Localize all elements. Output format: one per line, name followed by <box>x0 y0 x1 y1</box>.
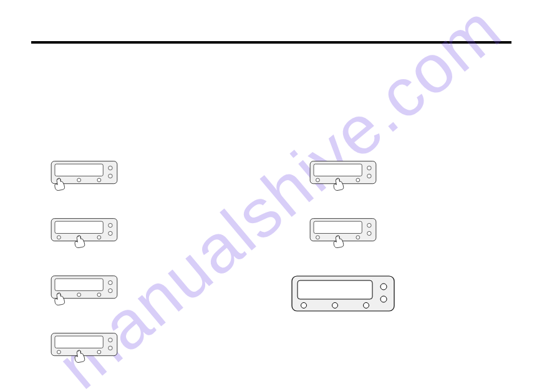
panel-side-bottom-icon <box>109 174 112 178</box>
panel-button-right-icon <box>356 236 360 239</box>
panel-side-bottom-icon <box>367 231 371 235</box>
panel-display-icon <box>55 221 103 233</box>
panel-side-top-icon <box>109 223 112 227</box>
panel-display-icon <box>298 280 372 299</box>
panel-button-right-icon <box>364 303 369 308</box>
device-panel <box>32 161 136 197</box>
panel-display-icon <box>314 221 362 233</box>
panel-side-bottom-icon <box>109 346 112 350</box>
panel-side-bottom-icon <box>380 296 387 302</box>
device-panel <box>32 333 136 369</box>
panel-button-left-icon <box>57 236 61 239</box>
panel-side-top-icon <box>109 338 112 342</box>
panel-button-right-icon <box>97 178 101 182</box>
panel-button-left-icon <box>316 236 320 239</box>
panel-button-left-icon <box>301 303 307 308</box>
panel-button-left-icon <box>316 178 320 182</box>
panel-side-top-icon <box>367 166 371 170</box>
panel-side-bottom-icon <box>367 174 371 178</box>
panel-side-top-icon <box>109 280 112 284</box>
panel-button-right-icon <box>97 350 101 354</box>
manual-page: manualshive.com <box>0 0 557 392</box>
panel-display-icon <box>55 164 103 176</box>
device-panel <box>291 161 395 197</box>
panel-button-center-icon <box>77 178 81 182</box>
panel-button-right-icon <box>97 236 101 239</box>
panel-side-bottom-icon <box>109 289 112 292</box>
panel-side-top-icon <box>109 166 112 170</box>
panel-button-left-icon <box>57 350 61 354</box>
panel-display-icon <box>55 336 103 348</box>
device-panel <box>291 218 395 254</box>
panel-side-top-icon <box>367 223 371 227</box>
device-panel <box>32 275 136 312</box>
panel-button-right-icon <box>97 293 101 297</box>
panel-button-center-icon <box>332 303 338 308</box>
panel-side-top-icon <box>380 284 387 290</box>
panel-button-center-icon <box>77 293 81 297</box>
device-panel <box>32 218 136 254</box>
device-panel <box>291 275 395 312</box>
horizontal-rule <box>31 41 511 44</box>
panel-display-icon <box>314 164 362 176</box>
panel-side-bottom-icon <box>109 231 112 235</box>
panel-button-right-icon <box>356 178 360 182</box>
panel-display-icon <box>55 279 103 290</box>
